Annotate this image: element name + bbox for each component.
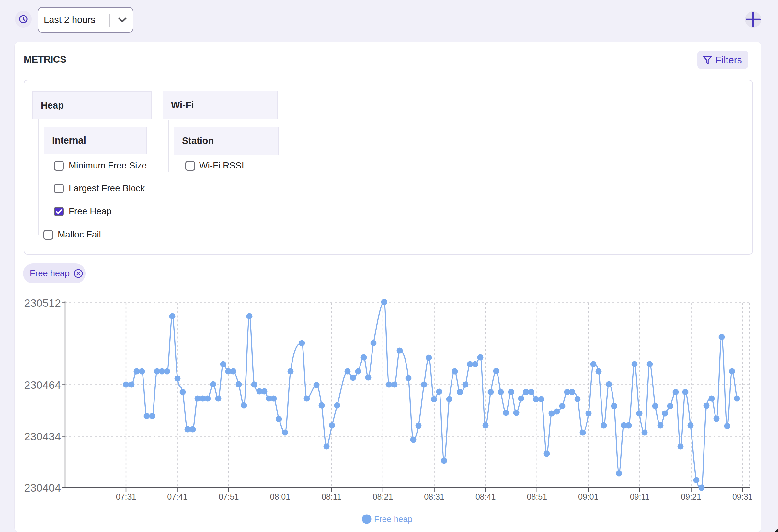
- svg-text:07:41: 07:41: [167, 492, 187, 501]
- svg-text:230464: 230464: [24, 379, 61, 391]
- svg-text:08:51: 08:51: [527, 492, 547, 501]
- svg-text:07:51: 07:51: [219, 492, 239, 501]
- svg-text:09:31: 09:31: [732, 492, 753, 501]
- svg-text:08:21: 08:21: [373, 492, 393, 501]
- svg-text:08:41: 08:41: [475, 492, 496, 501]
- svg-text:230434: 230434: [24, 430, 61, 443]
- svg-text:09:21: 09:21: [681, 492, 701, 501]
- svg-text:09:11: 09:11: [630, 492, 650, 501]
- svg-text:08:01: 08:01: [270, 492, 291, 501]
- svg-text:Free heap: Free heap: [374, 514, 413, 524]
- svg-text:08:11: 08:11: [322, 492, 341, 501]
- svg-text:230404: 230404: [24, 481, 61, 494]
- svg-text:07:31: 07:31: [116, 492, 136, 501]
- svg-text:09:01: 09:01: [578, 492, 599, 501]
- svg-text:08:31: 08:31: [424, 492, 444, 501]
- svg-text:230512: 230512: [24, 297, 61, 309]
